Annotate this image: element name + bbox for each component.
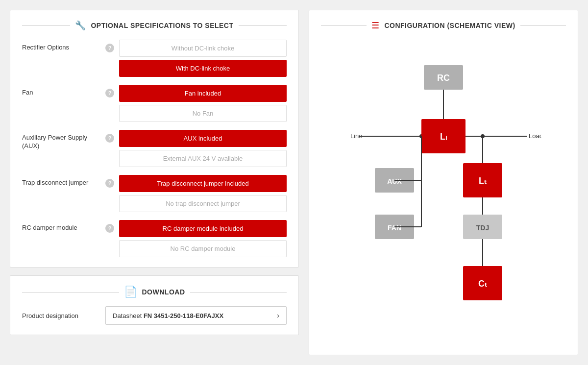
rectifier-options-row: Rectifier Options ? Without DC-link chok… [22,40,287,77]
line-label: Line [350,132,363,140]
tdj-label: TDJ [476,224,489,232]
trap-included-btn[interactable]: Trap disconnect jumper included [119,175,287,192]
optional-specs-panel: 🔧 OPTIONAL SPECIFICATIONS TO SELECT Rect… [10,10,299,268]
arrow-right-icon: › [277,312,279,319]
no-rc-damper-btn[interactable]: No RC damper module [119,240,287,257]
fan-label: FAN [388,224,401,232]
rc-damper-help-icon[interactable]: ? [105,224,114,233]
trap-label: Trap disconnect jumper [22,175,100,187]
fan-options-group: Fan included No Fan [119,85,287,122]
li-label: Lᵢ [440,132,447,142]
fan-row: Fan ? Fan included No Fan [22,85,287,122]
schematic-panel: ☰ CONFIGURATION (SCHEMATIC VIEW) RC Line… [309,10,578,355]
trap-options-group: Trap disconnect jumper included No trap … [119,175,287,212]
fan-label: Fan [22,85,100,97]
schematic-title: CONFIGURATION (SCHEMATIC VIEW) [384,22,515,29]
load-label: Load [529,132,541,140]
datasheet-download-btn[interactable]: Datasheet FN 3451-250-118-E0FAJXX › [105,306,287,325]
datasheet-text: Datasheet FN 3451-250-118-E0FAJXX [113,312,223,319]
rc-label: RC [437,73,450,83]
download-title: DOWNLOAD [142,288,185,296]
download-panel: 📄 DOWNLOAD Product designation Datasheet… [10,275,299,335]
no-fan-btn[interactable]: No Fan [119,105,287,122]
aux-help-icon[interactable]: ? [105,134,114,143]
fan-help-icon[interactable]: ? [105,89,114,97]
product-designation-label: Product designation [22,312,100,319]
aux-options-group: AUX included External AUX 24 V available [119,130,287,167]
schematic-svg: RC Line Lᵢ Load AUX Lₜ [345,55,541,330]
rc-damper-label: RC damper module [22,220,100,232]
left-column: 🔧 OPTIONAL SPECIFICATIONS TO SELECT Rect… [10,10,299,335]
aux-included-btn[interactable]: AUX included [119,130,287,147]
optional-specs-header: 🔧 OPTIONAL SPECIFICATIONS TO SELECT [22,20,287,31]
download-icon: 📄 [124,286,137,298]
aux-label: Auxiliary Power Supply (AUX) [22,130,100,150]
rc-damper-options-group: RC damper module included No RC damper m… [119,220,287,257]
product-designation-row: Product designation Datasheet FN 3451-25… [22,306,287,325]
optional-specs-title: OPTIONAL SPECIFICATIONS TO SELECT [91,22,233,29]
no-trap-btn[interactable]: No trap disconnect jumper [119,195,287,212]
wrench-icon: 🔧 [75,20,86,31]
trap-row: Trap disconnect jumper ? Trap disconnect… [22,175,287,212]
rectifier-options-group: Without DC-link choke With DC-link choke [119,40,287,77]
without-dc-link-choke-btn[interactable]: Without DC-link choke [119,40,287,57]
fan-included-btn[interactable]: Fan included [119,85,287,102]
trap-help-icon[interactable]: ? [105,179,114,188]
lt-label: Lₜ [479,176,487,186]
rectifier-help-icon[interactable]: ? [105,44,114,52]
ct-label: Cₜ [478,279,487,289]
aux-row: Auxiliary Power Supply (AUX) ? AUX inclu… [22,130,287,167]
rc-damper-row: RC damper module ? RC damper module incl… [22,220,287,257]
aux-label: AUX [387,177,402,185]
rc-damper-included-btn[interactable]: RC damper module included [119,220,287,237]
external-aux-btn[interactable]: External AUX 24 V available [119,150,287,167]
schematic-icon: ☰ [371,20,379,31]
schematic-header: ☰ CONFIGURATION (SCHEMATIC VIEW) [321,20,566,31]
rectifier-options-label: Rectifier Options [22,40,100,52]
schematic-area: RC Line Lᵢ Load AUX Lₜ [321,40,566,345]
with-dc-link-choke-btn[interactable]: With DC-link choke [119,60,287,77]
